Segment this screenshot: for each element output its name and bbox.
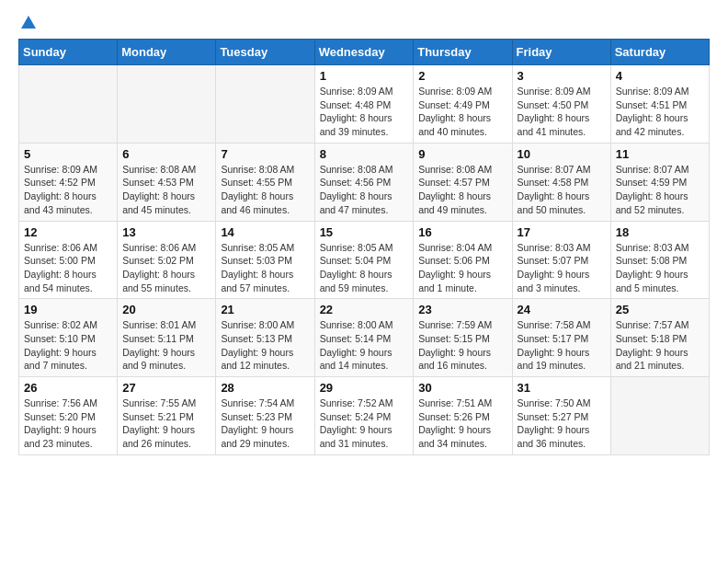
day-info: Sunrise: 8:03 AM Sunset: 5:08 PM Dayligh… [616,241,704,295]
header [18,15,710,29]
day-number: 4 [616,69,704,83]
calendar-cell: 9Sunrise: 8:08 AM Sunset: 4:57 PM Daylig… [414,143,512,221]
logo-arrow-icon [20,15,37,31]
calendar-cell: 4Sunrise: 8:09 AM Sunset: 4:51 PM Daylig… [610,65,709,144]
calendar-cell: 27Sunrise: 7:55 AM Sunset: 5:21 PM Dayli… [118,377,216,455]
calendar-cell: 29Sunrise: 7:52 AM Sunset: 5:24 PM Dayli… [314,377,414,455]
day-number: 19 [24,303,112,316]
calendar-cell: 17Sunrise: 8:03 AM Sunset: 5:07 PM Dayli… [512,221,610,299]
day-info: Sunrise: 7:56 AM Sunset: 5:20 PM Dayligh… [24,396,112,451]
calendar-cell [216,65,314,144]
day-info: Sunrise: 8:03 AM Sunset: 5:07 PM Dayligh… [518,241,606,295]
day-number: 9 [418,147,506,161]
day-info: Sunrise: 7:50 AM Sunset: 5:27 PM Dayligh… [518,396,606,451]
day-info: Sunrise: 8:07 AM Sunset: 4:58 PM Dayligh… [518,163,606,217]
calendar-week-3: 12Sunrise: 8:06 AM Sunset: 5:00 PM Dayli… [19,221,710,299]
day-number: 1 [320,69,409,83]
calendar-cell: 1Sunrise: 8:09 AM Sunset: 4:48 PM Daylig… [314,65,414,144]
day-info: Sunrise: 7:51 AM Sunset: 5:26 PM Dayligh… [418,396,506,451]
weekday-header-monday: Monday [118,40,216,65]
calendar-cell: 31Sunrise: 7:50 AM Sunset: 5:27 PM Dayli… [512,377,610,455]
day-info: Sunrise: 7:57 AM Sunset: 5:18 PM Dayligh… [616,318,704,373]
day-info: Sunrise: 8:06 AM Sunset: 5:00 PM Dayligh… [24,241,112,295]
day-info: Sunrise: 8:05 AM Sunset: 5:04 PM Dayligh… [320,241,409,295]
day-number: 26 [24,381,112,395]
day-info: Sunrise: 7:58 AM Sunset: 5:17 PM Dayligh… [518,318,606,373]
weekday-header-wednesday: Wednesday [314,40,414,65]
weekday-header-saturday: Saturday [610,40,709,65]
calendar-cell: 22Sunrise: 8:00 AM Sunset: 5:14 PM Dayli… [314,299,414,377]
day-number: 28 [221,381,309,395]
weekday-header-thursday: Thursday [414,40,512,65]
calendar-cell: 30Sunrise: 7:51 AM Sunset: 5:26 PM Dayli… [414,377,512,455]
day-number: 2 [418,69,506,83]
weekday-header-friday: Friday [512,40,610,65]
calendar-cell: 11Sunrise: 8:07 AM Sunset: 4:59 PM Dayli… [610,143,709,221]
day-number: 20 [122,303,210,316]
day-info: Sunrise: 8:09 AM Sunset: 4:51 PM Dayligh… [616,85,704,139]
day-number: 14 [221,225,309,239]
calendar-cell: 2Sunrise: 8:09 AM Sunset: 4:49 PM Daylig… [414,65,512,144]
calendar-cell: 18Sunrise: 8:03 AM Sunset: 5:08 PM Dayli… [610,221,709,299]
day-info: Sunrise: 8:09 AM Sunset: 4:49 PM Dayligh… [418,85,506,139]
day-info: Sunrise: 7:54 AM Sunset: 5:23 PM Dayligh… [221,396,309,451]
day-number: 25 [616,303,704,316]
day-number: 30 [418,381,506,395]
day-number: 6 [122,147,210,161]
calendar-week-1: 1Sunrise: 8:09 AM Sunset: 4:48 PM Daylig… [19,65,710,144]
calendar-cell: 26Sunrise: 7:56 AM Sunset: 5:20 PM Dayli… [19,377,118,455]
calendar-table: SundayMondayTuesdayWednesdayThursdayFrid… [18,39,710,455]
day-info: Sunrise: 8:09 AM Sunset: 4:50 PM Dayligh… [518,85,606,139]
day-number: 13 [122,225,210,239]
day-info: Sunrise: 7:52 AM Sunset: 5:24 PM Dayligh… [320,396,409,451]
day-info: Sunrise: 8:00 AM Sunset: 5:13 PM Dayligh… [221,318,309,373]
day-info: Sunrise: 8:08 AM Sunset: 4:53 PM Dayligh… [122,163,210,217]
day-number: 23 [418,303,506,316]
logo [18,15,37,29]
day-number: 17 [518,225,606,239]
calendar-cell: 23Sunrise: 7:59 AM Sunset: 5:15 PM Dayli… [414,299,512,377]
calendar-week-4: 19Sunrise: 8:02 AM Sunset: 5:10 PM Dayli… [19,299,710,377]
calendar-cell: 7Sunrise: 8:08 AM Sunset: 4:55 PM Daylig… [216,143,314,221]
day-info: Sunrise: 8:02 AM Sunset: 5:10 PM Dayligh… [24,318,112,373]
day-number: 27 [122,381,210,395]
calendar-header-row: SundayMondayTuesdayWednesdayThursdayFrid… [19,40,710,65]
calendar-cell [610,377,709,455]
day-number: 24 [518,303,606,316]
calendar-cell: 3Sunrise: 8:09 AM Sunset: 4:50 PM Daylig… [512,65,610,144]
day-info: Sunrise: 8:04 AM Sunset: 5:06 PM Dayligh… [418,241,506,295]
calendar-cell: 6Sunrise: 8:08 AM Sunset: 4:53 PM Daylig… [118,143,216,221]
day-info: Sunrise: 8:08 AM Sunset: 4:55 PM Dayligh… [221,163,309,217]
day-info: Sunrise: 8:07 AM Sunset: 4:59 PM Dayligh… [616,163,704,217]
day-info: Sunrise: 8:00 AM Sunset: 5:14 PM Dayligh… [320,318,409,373]
day-info: Sunrise: 8:09 AM Sunset: 4:48 PM Dayligh… [320,85,409,139]
calendar-cell: 8Sunrise: 8:08 AM Sunset: 4:56 PM Daylig… [314,143,414,221]
day-info: Sunrise: 8:06 AM Sunset: 5:02 PM Dayligh… [122,241,210,295]
day-number: 22 [320,303,409,316]
day-number: 21 [221,303,309,316]
calendar-week-2: 5Sunrise: 8:09 AM Sunset: 4:52 PM Daylig… [19,143,710,221]
calendar-cell: 5Sunrise: 8:09 AM Sunset: 4:52 PM Daylig… [19,143,118,221]
weekday-header-tuesday: Tuesday [216,40,314,65]
day-info: Sunrise: 8:05 AM Sunset: 5:03 PM Dayligh… [221,241,309,295]
day-number: 10 [518,147,606,161]
calendar-cell: 12Sunrise: 8:06 AM Sunset: 5:00 PM Dayli… [19,221,118,299]
day-info: Sunrise: 8:09 AM Sunset: 4:52 PM Dayligh… [24,163,112,217]
calendar-cell: 14Sunrise: 8:05 AM Sunset: 5:03 PM Dayli… [216,221,314,299]
day-info: Sunrise: 8:08 AM Sunset: 4:56 PM Dayligh… [320,163,409,217]
day-number: 11 [616,147,704,161]
calendar-cell: 15Sunrise: 8:05 AM Sunset: 5:04 PM Dayli… [314,221,414,299]
day-info: Sunrise: 7:55 AM Sunset: 5:21 PM Dayligh… [122,396,210,451]
day-number: 7 [221,147,309,161]
calendar-cell: 16Sunrise: 8:04 AM Sunset: 5:06 PM Dayli… [414,221,512,299]
day-info: Sunrise: 8:01 AM Sunset: 5:11 PM Dayligh… [122,318,210,373]
day-number: 29 [320,381,409,395]
svg-marker-0 [21,16,36,29]
day-number: 31 [518,381,606,395]
day-number: 15 [320,225,409,239]
calendar-cell [118,65,216,144]
day-number: 3 [518,69,606,83]
day-number: 12 [24,225,112,239]
calendar-cell: 28Sunrise: 7:54 AM Sunset: 5:23 PM Dayli… [216,377,314,455]
day-number: 16 [418,225,506,239]
